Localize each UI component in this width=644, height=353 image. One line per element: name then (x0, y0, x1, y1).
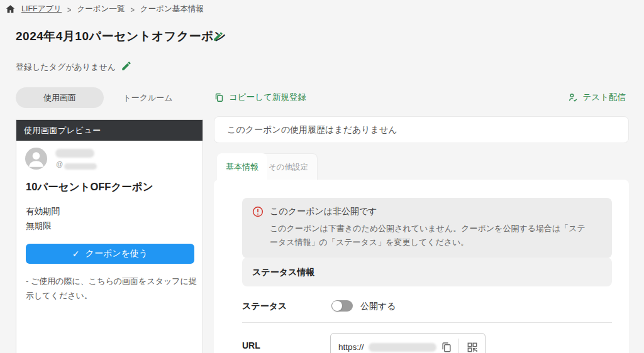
divider (242, 322, 612, 323)
test-send-label: テスト配信 (583, 92, 626, 103)
tab-other-settings[interactable]: その他設定 (259, 153, 318, 180)
home-icon[interactable] (5, 4, 16, 14)
toggle-knob (332, 301, 342, 311)
preview-card-header: 使用画面プレビュー (16, 120, 203, 141)
coupon-url-field[interactable]: https:// (330, 333, 486, 353)
check-icon: ✓ (72, 249, 80, 259)
tab-talk-room[interactable]: トークルーム (104, 87, 192, 108)
coupon-detail-page: LIFFアプリ > クーポン一覧 > クーポン基本情報 2024年4月10パーセ… (0, 0, 644, 353)
usage-screen-preview-card: 使用画面プレビュー @ 10パーセントOFFクーポン 有効期間 無期限 ✓ クー… (16, 119, 203, 353)
person-check-icon (568, 92, 579, 103)
tab-usage-screen[interactable]: 使用画面 (16, 87, 104, 108)
copy-and-register-link[interactable]: コピーして新規登録 (214, 92, 306, 103)
alert-title: このクーポンは非公開です (270, 206, 601, 217)
validity-period-value: 無期限 (26, 220, 52, 232)
validity-period-label: 有効期間 (26, 206, 60, 217)
url-value: https:// (338, 334, 364, 353)
breadcrumb-item-coupon-basic-info: クーポン基本情報 (140, 4, 204, 14)
tag-note: 登録したタグがありません (16, 62, 116, 73)
use-coupon-button[interactable]: ✓ クーポンを使う (26, 244, 194, 264)
breadcrumb-item-coupon-list[interactable]: クーポン一覧 (77, 4, 125, 14)
copy-and-register-label: コピーして新規登録 (229, 92, 306, 103)
usage-history-empty-box: このクーポンの使用履歴はまだありません (214, 116, 629, 143)
redacted-account-name (55, 149, 94, 158)
avatar (25, 148, 47, 170)
edit-tag-pencil-icon[interactable] (121, 60, 132, 72)
copy-icon (214, 92, 225, 103)
alert-body: このクーポンは下書きのため公開されていません。クーポンを公開する場合は「ステータ… (270, 222, 592, 249)
tab-basic-info[interactable]: 基本情報 (217, 153, 267, 180)
page-title: 2024年4月10パーセントオフクーポン (16, 28, 226, 45)
copy-url-icon[interactable] (440, 341, 453, 353)
status-label: ステータス (242, 301, 287, 312)
redacted-account-handle (64, 163, 97, 170)
divider (458, 339, 459, 353)
publish-toggle-label: 公開する (360, 301, 396, 312)
url-label: URL (242, 340, 260, 350)
warning-circle-icon (252, 206, 264, 217)
breadcrumb-separator: > (130, 5, 134, 14)
basic-info-panel: このクーポンは非公開です このクーポンは下書きのため公開されていません。クーポン… (214, 180, 629, 353)
qr-code-icon[interactable] (466, 341, 479, 353)
edit-title-pencil-icon[interactable] (213, 31, 224, 42)
preview-coupon-title: 10パーセントOFFクーポン (26, 180, 153, 194)
at-symbol: @ (56, 160, 63, 168)
test-send-link[interactable]: テスト配信 (568, 92, 626, 103)
breadcrumb: LIFFアプリ > クーポン一覧 > クーポン基本情報 (5, 4, 204, 14)
publish-toggle[interactable] (331, 300, 353, 312)
use-coupon-button-label: クーポンを使う (86, 248, 148, 259)
redacted-url (369, 343, 436, 352)
status-section-header: ステータス情報 (242, 258, 612, 286)
breadcrumb-separator: > (67, 5, 71, 14)
unpublished-alert: このクーポンは非公開です このクーポンは下書きのため公開されていません。クーポン… (242, 198, 612, 258)
preview-usage-note: - ご使用の際に、こちらの画面をスタッフに提示してください。 (26, 274, 199, 303)
breadcrumb-link-liff-app[interactable]: LIFFアプリ (21, 4, 62, 14)
